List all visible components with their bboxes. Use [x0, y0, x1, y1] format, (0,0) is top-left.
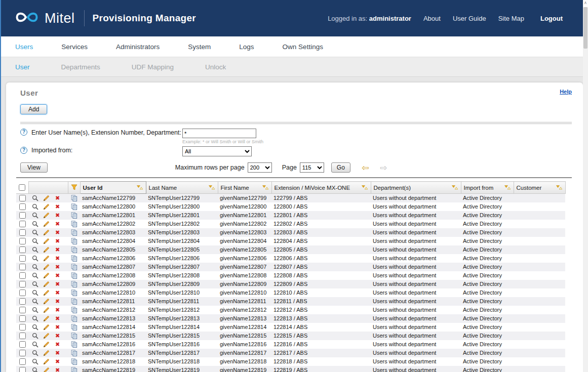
- edit-pencil-icon[interactable]: [42, 289, 51, 296]
- column-header-customer[interactable]: Customer: [514, 182, 565, 194]
- scrollbar-thumb[interactable]: [583, 7, 587, 49]
- edit-pencil-icon[interactable]: [42, 358, 51, 365]
- delete-icon[interactable]: ✖: [53, 229, 62, 236]
- delete-icon[interactable]: ✖: [53, 333, 62, 339]
- column-header-user-id[interactable]: User Id: [80, 182, 146, 194]
- filter-icon[interactable]: [71, 185, 77, 191]
- edit-pencil-icon[interactable]: [42, 255, 51, 262]
- view-details-icon[interactable]: [30, 332, 40, 339]
- delete-icon[interactable]: ✖: [53, 358, 62, 365]
- view-details-icon[interactable]: [30, 229, 40, 236]
- view-details-icon[interactable]: [30, 341, 40, 348]
- nav-item-own-settings[interactable]: Own Settings: [283, 43, 323, 51]
- nav-item-users[interactable]: Users: [15, 43, 33, 51]
- help-tooltip-icon[interactable]: ?: [20, 129, 27, 136]
- view-details-icon[interactable]: [30, 323, 40, 330]
- row-checkbox[interactable]: [19, 264, 26, 270]
- row-checkbox[interactable]: [19, 221, 26, 227]
- row-checkbox[interactable]: [19, 358, 26, 365]
- edit-pencil-icon[interactable]: [42, 263, 51, 270]
- view-details-icon[interactable]: [30, 263, 40, 270]
- about-link[interactable]: About: [423, 15, 441, 22]
- view-details-icon[interactable]: [30, 237, 40, 244]
- view-details-icon[interactable]: [30, 349, 40, 356]
- edit-pencil-icon[interactable]: [42, 229, 51, 236]
- copy-icon[interactable]: [69, 323, 79, 330]
- row-checkbox[interactable]: [19, 290, 26, 296]
- copy-icon[interactable]: [69, 195, 79, 202]
- delete-icon[interactable]: ✖: [53, 203, 62, 210]
- delete-icon[interactable]: ✖: [53, 212, 62, 219]
- row-checkbox[interactable]: [19, 307, 26, 313]
- row-checkbox[interactable]: [19, 272, 26, 279]
- view-details-icon[interactable]: [30, 246, 40, 253]
- row-checkbox[interactable]: [19, 281, 26, 287]
- view-details-icon[interactable]: [30, 366, 40, 372]
- help-link[interactable]: Help: [560, 89, 572, 95]
- delete-icon[interactable]: ✖: [53, 281, 62, 287]
- delete-icon[interactable]: ✖: [53, 350, 62, 356]
- subnav-item-departments[interactable]: Departments: [61, 63, 100, 71]
- delete-icon[interactable]: ✖: [53, 238, 62, 244]
- view-details-icon[interactable]: [30, 220, 40, 227]
- column-header-departments[interactable]: Department(s): [371, 182, 461, 194]
- nav-item-logs[interactable]: Logs: [239, 43, 254, 51]
- view-details-icon[interactable]: [30, 358, 40, 365]
- copy-icon[interactable]: [69, 341, 79, 348]
- column-header-extension[interactable]: Extension / MiVoice MX-ONE: [271, 182, 371, 194]
- row-checkbox[interactable]: [19, 350, 26, 356]
- help-tooltip-icon[interactable]: ?: [20, 147, 27, 154]
- row-checkbox[interactable]: [19, 367, 26, 372]
- edit-pencil-icon[interactable]: [42, 246, 51, 253]
- subnav-item-user[interactable]: User: [15, 63, 30, 71]
- edit-pencil-icon[interactable]: [42, 323, 51, 330]
- nav-item-services[interactable]: Services: [61, 43, 88, 51]
- edit-pencil-icon[interactable]: [42, 341, 51, 348]
- sort-icon[interactable]: [262, 184, 269, 191]
- sort-icon[interactable]: [556, 184, 563, 191]
- nav-item-administrators[interactable]: Administrators: [116, 43, 160, 51]
- edit-pencil-icon[interactable]: [42, 332, 51, 339]
- user-guide-link[interactable]: User Guide: [453, 15, 486, 22]
- column-header-first-name[interactable]: First Name: [218, 182, 271, 194]
- view-details-icon[interactable]: [30, 289, 40, 296]
- row-checkbox[interactable]: [19, 333, 26, 339]
- edit-pencil-icon[interactable]: [42, 237, 51, 244]
- edit-pencil-icon[interactable]: [42, 195, 51, 202]
- delete-icon[interactable]: ✖: [53, 272, 62, 279]
- sort-icon[interactable]: [208, 184, 215, 191]
- sort-icon[interactable]: [451, 184, 458, 191]
- copy-icon[interactable]: [69, 203, 79, 210]
- copy-icon[interactable]: [69, 237, 79, 244]
- row-checkbox[interactable]: [19, 212, 26, 219]
- row-checkbox[interactable]: [19, 315, 26, 322]
- edit-pencil-icon[interactable]: [42, 220, 51, 227]
- user-search-input[interactable]: [182, 129, 256, 138]
- edit-pencil-icon[interactable]: [42, 280, 51, 287]
- delete-icon[interactable]: ✖: [53, 315, 62, 322]
- edit-pencil-icon[interactable]: [42, 212, 51, 219]
- view-details-icon[interactable]: [30, 272, 40, 279]
- sort-icon[interactable]: [504, 184, 511, 191]
- row-checkbox[interactable]: [19, 246, 26, 253]
- subnav-item-unlock[interactable]: Unlock: [205, 63, 226, 71]
- copy-icon[interactable]: [69, 306, 79, 313]
- edit-pencil-icon[interactable]: [42, 272, 51, 279]
- copy-icon[interactable]: [69, 349, 79, 356]
- delete-icon[interactable]: ✖: [53, 221, 62, 227]
- row-checkbox[interactable]: [19, 324, 26, 330]
- view-details-icon[interactable]: [30, 255, 40, 262]
- copy-icon[interactable]: [69, 212, 79, 219]
- max-rows-select[interactable]: 200: [248, 162, 272, 173]
- subnav-item-udf-mapping[interactable]: UDF Mapping: [132, 63, 174, 71]
- row-checkbox[interactable]: [19, 255, 26, 262]
- view-details-icon[interactable]: [30, 306, 40, 313]
- view-button[interactable]: View: [20, 162, 48, 173]
- copy-icon[interactable]: [69, 298, 79, 305]
- copy-icon[interactable]: [69, 229, 79, 236]
- delete-icon[interactable]: ✖: [53, 298, 62, 305]
- previous-page-icon[interactable]: ⇦: [362, 163, 369, 172]
- view-details-icon[interactable]: [30, 212, 40, 219]
- copy-icon[interactable]: [69, 366, 79, 372]
- edit-pencil-icon[interactable]: [42, 203, 51, 210]
